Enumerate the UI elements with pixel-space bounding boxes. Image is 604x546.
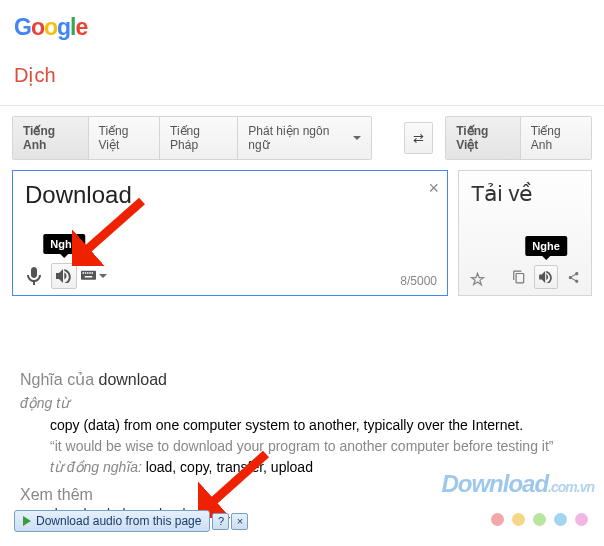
char-count: 8/5000	[400, 274, 437, 288]
src-lang-english[interactable]: Tiếng Anh	[13, 117, 89, 159]
header-logo: Google	[0, 0, 604, 41]
play-icon	[23, 516, 31, 526]
dot	[554, 513, 567, 526]
share-button[interactable]	[563, 267, 583, 287]
definition-example: “it would be wise to download your progr…	[50, 436, 590, 457]
detect-label: Phát hiện ngôn ngữ	[248, 124, 346, 152]
microphone-button[interactable]	[21, 263, 47, 289]
tgt-lang-vietnamese[interactable]: Tiếng Việt	[446, 117, 521, 159]
download-audio-bar: Download audio from this page ? ×	[14, 510, 248, 532]
swap-icon: ⇄	[413, 131, 424, 146]
svg-rect-5	[92, 272, 94, 274]
speaker-icon	[56, 269, 72, 283]
dot	[533, 513, 546, 526]
svg-rect-4	[89, 272, 91, 274]
share-icon	[567, 271, 580, 284]
divider	[0, 105, 604, 106]
svg-rect-3	[87, 272, 89, 274]
chevron-down-icon	[353, 136, 361, 140]
chevron-down-icon	[99, 274, 107, 278]
close-button[interactable]: ×	[231, 513, 248, 530]
help-button[interactable]: ?	[212, 513, 229, 530]
download-audio-label: Download audio from this page	[36, 514, 201, 528]
definition-text: copy (data) from one computer system to …	[50, 415, 590, 436]
swap-languages-button[interactable]: ⇄	[404, 122, 433, 154]
copy-button[interactable]	[509, 267, 529, 287]
source-lang-tabs: Tiếng Anh Tiếng Việt Tiếng Pháp Phát hiệ…	[12, 116, 372, 160]
svg-rect-0	[81, 271, 96, 280]
svg-rect-1	[83, 272, 85, 274]
target-text-area: Tải về Nghe	[458, 170, 592, 296]
target-text: Tải về	[471, 181, 579, 207]
app-name[interactable]: Dịch	[0, 41, 604, 105]
target-tools-left	[467, 269, 487, 289]
tgt-lang-english[interactable]: Tiếng Anh	[521, 117, 591, 159]
star-button[interactable]	[467, 269, 487, 289]
google-logo: Google	[14, 14, 604, 41]
copy-icon	[512, 270, 526, 284]
tooltip-listen: Nghe	[43, 234, 85, 254]
target-lang-tabs: Tiếng Việt Tiếng Anh	[445, 116, 592, 160]
dot	[491, 513, 504, 526]
source-text[interactable]: Download	[25, 181, 435, 209]
keyboard-icon	[81, 269, 96, 283]
color-dots	[491, 513, 588, 526]
dot	[575, 513, 588, 526]
svg-rect-2	[85, 272, 87, 274]
target-tools: Nghe	[509, 265, 583, 289]
watermark: Download.com.vn	[441, 470, 594, 498]
src-lang-detect[interactable]: Phát hiện ngôn ngữ	[238, 117, 371, 159]
definition-title: Nghĩa của download	[20, 370, 590, 389]
clear-button[interactable]: ×	[428, 178, 439, 199]
src-lang-french[interactable]: Tiếng Pháp	[160, 117, 238, 159]
microphone-icon	[27, 267, 41, 285]
tooltip-listen-target: Nghe	[525, 236, 567, 256]
speaker-icon	[539, 271, 553, 283]
keyboard-button[interactable]	[81, 263, 107, 289]
source-tools: Nghe	[21, 263, 107, 289]
star-icon	[470, 272, 485, 287]
listen-target-button[interactable]: Nghe	[534, 265, 558, 289]
dot	[512, 513, 525, 526]
definition-body: copy (data) from one computer system to …	[20, 415, 590, 478]
download-audio-button[interactable]: Download audio from this page	[14, 510, 210, 532]
part-of-speech: động từ	[20, 395, 590, 411]
language-bar: Tiếng Anh Tiếng Việt Tiếng Pháp Phát hiệ…	[0, 116, 604, 160]
svg-rect-6	[85, 276, 93, 278]
main-panels: Download × 8/5000 Nghe Tải về	[0, 160, 604, 296]
listen-source-button[interactable]: Nghe	[51, 263, 77, 289]
source-text-area[interactable]: Download × 8/5000 Nghe	[12, 170, 448, 296]
src-lang-vietnamese[interactable]: Tiếng Việt	[89, 117, 161, 159]
